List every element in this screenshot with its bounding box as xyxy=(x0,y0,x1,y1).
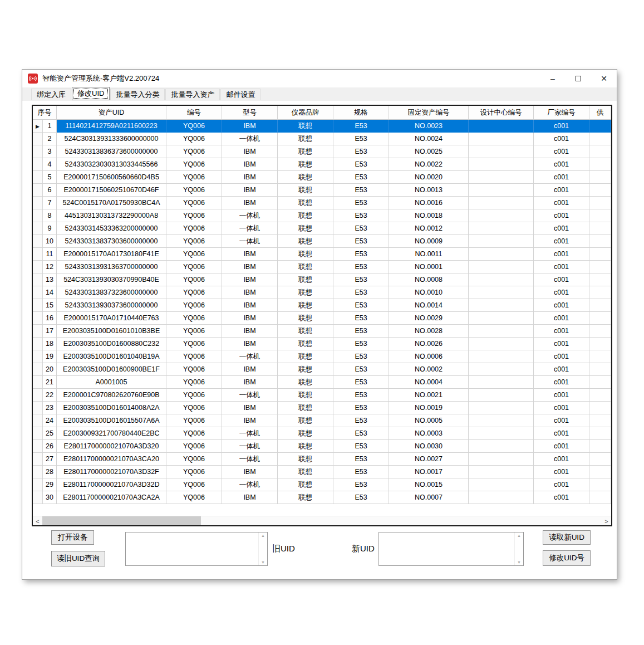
row-index-cell[interactable]: 21 xyxy=(43,376,57,389)
cell-asset_no[interactable]: NO.0005 xyxy=(389,414,469,427)
row-index-cell[interactable]: 19 xyxy=(43,350,57,363)
cell-design_no[interactable] xyxy=(469,427,534,440)
cell-uid[interactable]: 1114021412759A0211600223 xyxy=(57,120,166,133)
row-selector[interactable] xyxy=(33,312,43,325)
cell-brand[interactable]: 联想 xyxy=(278,414,333,427)
row-selector[interactable] xyxy=(33,273,43,286)
new-uid-scrollbar[interactable]: ▲ ▼ xyxy=(514,532,523,565)
row-index-cell[interactable]: 7 xyxy=(43,197,57,209)
cell-brand[interactable]: 联想 xyxy=(278,120,333,133)
cell-code[interactable]: YQ006 xyxy=(166,222,222,235)
cell-uid[interactable]: E2003035100D016014008A2A xyxy=(57,402,166,414)
row-index-cell[interactable]: 29 xyxy=(43,478,57,491)
cell-model[interactable]: IBM xyxy=(222,466,278,478)
row-selector[interactable] xyxy=(33,145,43,158)
cell-asset_no[interactable]: NO.0001 xyxy=(389,261,469,273)
table-row[interactable]: 5E2000017150600560660D4B5YQ006IBM联想E53NO… xyxy=(33,171,611,184)
scrollbar-track[interactable] xyxy=(42,516,602,525)
cell-brand[interactable]: 联想 xyxy=(278,171,333,184)
cell-vendor_no[interactable]: c001 xyxy=(534,184,589,197)
table-row[interactable]: 14524330313837323600000000YQ006IBM联想E53N… xyxy=(33,286,611,299)
cell-model[interactable]: IBM xyxy=(222,491,278,504)
cell-asset_no[interactable]: NO.0027 xyxy=(389,453,469,466)
row-index-cell[interactable]: 6 xyxy=(43,184,57,197)
cell-vendor_no[interactable]: c001 xyxy=(534,350,589,363)
cell-asset_no[interactable]: NO.0004 xyxy=(389,376,469,389)
row-selector[interactable] xyxy=(33,209,43,222)
cell-brand[interactable]: 联想 xyxy=(278,453,333,466)
cell-brand[interactable]: 联想 xyxy=(278,466,333,478)
cell-spec[interactable]: E53 xyxy=(333,325,389,338)
cell-spec[interactable]: E53 xyxy=(333,273,389,286)
cell-asset_no[interactable]: NO.0026 xyxy=(389,338,469,350)
row-index-cell[interactable]: 24 xyxy=(43,414,57,427)
cell-code[interactable]: YQ006 xyxy=(166,286,222,299)
cell-model[interactable]: 一体机 xyxy=(222,235,278,248)
cell-brand[interactable]: 联想 xyxy=(278,197,333,209)
table-row[interactable]: 25E2003009321700780440E2BCYQ006一体机联想E53N… xyxy=(33,427,611,440)
cell-brand[interactable]: 联想 xyxy=(278,248,333,261)
table-row[interactable]: 2524C30313931333600000000YQ006一体机联想E53NO… xyxy=(33,133,611,145)
cell-asset_no[interactable]: NO.0007 xyxy=(389,491,469,504)
cell-supplier-partial[interactable] xyxy=(589,145,611,158)
row-index-cell[interactable]: 15 xyxy=(43,299,57,312)
cell-brand[interactable]: 联想 xyxy=(278,389,333,402)
cell-design_no[interactable] xyxy=(469,389,534,402)
table-row[interactable]: 13524C3031393030370990B40EYQ006IBM联想E53N… xyxy=(33,273,611,286)
scroll-left-icon[interactable]: < xyxy=(33,516,42,526)
cell-model[interactable]: IBM xyxy=(222,376,278,389)
cell-model[interactable]: 一体机 xyxy=(222,478,278,491)
cell-code[interactable]: YQ006 xyxy=(166,363,222,376)
cell-design_no[interactable] xyxy=(469,325,534,338)
cell-model[interactable]: IBM xyxy=(222,171,278,184)
row-selector[interactable] xyxy=(33,171,43,184)
table-row[interactable]: 28E28011700000021070A3D32FYQ006IBM联想E53N… xyxy=(33,466,611,478)
cell-design_no[interactable] xyxy=(469,261,534,273)
cell-design_no[interactable] xyxy=(469,184,534,197)
cell-asset_no[interactable]: NO.0015 xyxy=(389,478,469,491)
cell-model[interactable]: IBM xyxy=(222,299,278,312)
cell-asset_no[interactable]: NO.0022 xyxy=(389,158,469,171)
cell-brand[interactable]: 联想 xyxy=(278,491,333,504)
cell-design_no[interactable] xyxy=(469,338,534,350)
cell-spec[interactable]: E53 xyxy=(333,427,389,440)
cell-code[interactable]: YQ006 xyxy=(166,120,222,133)
cell-model[interactable]: 一体机 xyxy=(222,453,278,466)
cell-brand[interactable]: 联想 xyxy=(278,338,333,350)
read-new-uid-button[interactable]: 读取新UID xyxy=(543,530,591,545)
scroll-down-icon[interactable]: ▼ xyxy=(261,560,265,564)
grid-header-cell[interactable]: 资产UID xyxy=(57,106,166,120)
cell-asset_no[interactable]: NO.0019 xyxy=(389,402,469,414)
cell-uid[interactable]: 524330323030313033445566 xyxy=(57,158,166,171)
cell-asset_no[interactable]: NO.0014 xyxy=(389,299,469,312)
table-row[interactable]: 24E2003035100D016015507A6AYQ006IBM联想E53N… xyxy=(33,414,611,427)
cell-supplier-partial[interactable] xyxy=(589,299,611,312)
cell-uid[interactable]: E2000017150602510670D46F xyxy=(57,184,166,197)
scroll-right-icon[interactable]: > xyxy=(602,516,611,526)
cell-spec[interactable]: E53 xyxy=(333,389,389,402)
cell-code[interactable]: YQ006 xyxy=(166,312,222,325)
row-selector[interactable] xyxy=(33,184,43,197)
cell-design_no[interactable] xyxy=(469,376,534,389)
cell-uid[interactable]: E28011700000021070A3D32F xyxy=(57,466,166,478)
cell-asset_no[interactable]: NO.0002 xyxy=(389,363,469,376)
table-row[interactable]: 27E28011700000021070A3CA20YQ006一体机联想E53N… xyxy=(33,453,611,466)
cell-brand[interactable]: 联想 xyxy=(278,209,333,222)
row-index-cell[interactable]: 1 xyxy=(43,120,57,133)
cell-spec[interactable]: E53 xyxy=(333,120,389,133)
cell-asset_no[interactable]: NO.0003 xyxy=(389,427,469,440)
cell-brand[interactable]: 联想 xyxy=(278,261,333,273)
cell-spec[interactable]: E53 xyxy=(333,376,389,389)
cell-spec[interactable]: E53 xyxy=(333,248,389,261)
cell-uid[interactable]: 4451303130313732290000A8 xyxy=(57,209,166,222)
table-row[interactable]: 3524330313836373600000000YQ006IBM联想E53NO… xyxy=(33,145,611,158)
cell-vendor_no[interactable]: c001 xyxy=(534,197,589,209)
row-index-cell[interactable]: 27 xyxy=(43,453,57,466)
cell-design_no[interactable] xyxy=(469,414,534,427)
cell-uid[interactable]: E2003035100D01601040B19A xyxy=(57,350,166,363)
cell-code[interactable]: YQ006 xyxy=(166,350,222,363)
row-index-cell[interactable]: 2 xyxy=(43,133,57,145)
cell-code[interactable]: YQ006 xyxy=(166,453,222,466)
minimize-button[interactable]: – xyxy=(540,70,566,87)
cell-code[interactable]: YQ006 xyxy=(166,171,222,184)
